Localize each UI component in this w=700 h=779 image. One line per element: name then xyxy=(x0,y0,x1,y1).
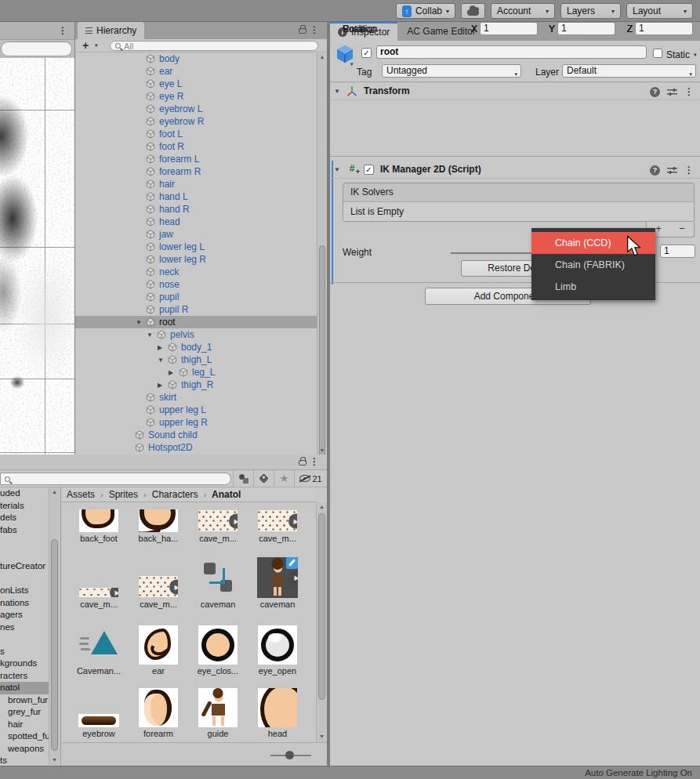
folder-item[interactable]: dels xyxy=(0,512,49,524)
folder-item[interactable]: ts xyxy=(0,755,49,766)
cloud-button[interactable] xyxy=(461,3,485,19)
hierarchy-item[interactable]: Hotspot2D xyxy=(75,441,317,454)
hierarchy-item[interactable]: head xyxy=(75,216,317,228)
hierarchy-item[interactable]: ear xyxy=(75,65,317,78)
expand-arrow-icon[interactable]: ▶ xyxy=(169,369,179,376)
folder-item[interactable]: uded xyxy=(0,487,49,500)
asset-item[interactable]: eyebrow xyxy=(69,676,129,738)
hierarchy-item[interactable]: lower leg L xyxy=(75,241,317,253)
asset-item[interactable]: ▶ cave_m... xyxy=(188,502,248,543)
asset-item[interactable]: Caveman... xyxy=(69,609,129,676)
y-value-field[interactable]: 1 xyxy=(557,22,615,35)
layers-dropdown[interactable]: Layers ▾ xyxy=(560,3,621,19)
panel-divider[interactable] xyxy=(60,487,61,766)
tag-dropdown[interactable]: Untagged ▾ xyxy=(382,64,521,78)
weight-slider[interactable] xyxy=(451,252,537,254)
scrollbar-thumb[interactable] xyxy=(318,513,325,700)
help-icon[interactable]: ? xyxy=(650,87,660,97)
scrollbar-thumb[interactable] xyxy=(51,539,58,751)
asset-item[interactable]: back_foot xyxy=(69,502,129,543)
breadcrumb-assets[interactable]: Assets xyxy=(67,489,95,500)
hierarchy-item[interactable]: forearm R xyxy=(75,165,317,178)
folder-tree-scrollbar[interactable]: ▲ ▼ xyxy=(49,487,60,766)
folder-item[interactable] xyxy=(0,633,49,646)
hierarchy-item[interactable]: Sound child xyxy=(75,429,317,441)
folder-item[interactable] xyxy=(0,549,49,561)
static-checkbox[interactable] xyxy=(653,49,662,58)
kebab-menu-icon[interactable]: ⋮ xyxy=(310,456,319,467)
hierarchy-item[interactable]: ▼ pelvis xyxy=(75,328,317,341)
filter-by-type-button[interactable] xyxy=(233,470,253,487)
folder-item[interactable]: terials xyxy=(0,500,49,513)
expand-arrow-icon[interactable]: ▼ xyxy=(147,332,157,339)
x-value-field[interactable]: 1 xyxy=(480,22,538,35)
z-value-field[interactable]: 1 xyxy=(635,22,693,35)
layout-dropdown[interactable]: Layout ▾ xyxy=(626,3,693,19)
kebab-menu-icon[interactable]: ⋮ xyxy=(58,25,67,36)
play-badge-icon[interactable]: ▶ xyxy=(289,571,298,585)
asset-item[interactable]: forearm xyxy=(129,676,188,738)
scroll-down-icon[interactable]: ▼ xyxy=(317,446,327,455)
hierarchy-item[interactable]: jaw xyxy=(75,228,317,241)
asset-item[interactable]: ▶ cave_m... xyxy=(129,543,188,609)
scroll-up-icon[interactable]: ▲ xyxy=(49,487,60,496)
active-checkbox[interactable]: ✓ xyxy=(361,48,372,58)
ik-manager-header[interactable]: ▼ #+ ✓ IK Manager 2D (Script) ? ⋮ xyxy=(330,161,700,179)
folder-item[interactable]: tureCreator xyxy=(0,560,49,573)
foldout-icon[interactable]: ▼ xyxy=(334,166,342,173)
folder-item[interactable]: hair xyxy=(0,719,49,731)
asset-item[interactable]: ▶ cave_m... xyxy=(248,502,305,543)
folder-item[interactable]: agers xyxy=(0,609,49,621)
hierarchy-item[interactable]: upper leg R xyxy=(75,416,317,429)
folder-item[interactable]: natol xyxy=(0,682,49,694)
hierarchy-scrollbar[interactable]: ▲ ▼ xyxy=(317,53,327,455)
hierarchy-item[interactable]: skirt xyxy=(75,391,317,404)
asset-item[interactable]: guide xyxy=(188,676,248,738)
hierarchy-item[interactable]: hair xyxy=(75,178,317,190)
hierarchy-item[interactable]: pupil R xyxy=(75,303,317,316)
breadcrumb-anatol[interactable]: Anatol xyxy=(212,489,241,500)
collab-button[interactable]: ↑ Collab ▾ xyxy=(396,3,455,19)
hierarchy-item[interactable]: upper leg L xyxy=(75,404,317,416)
asset-item[interactable]: eye_open xyxy=(248,609,305,676)
remove-solver-button[interactable]: − xyxy=(670,222,694,237)
hierarchy-item[interactable]: hand R xyxy=(75,203,317,216)
folder-item[interactable] xyxy=(0,536,49,549)
breadcrumb-sprites[interactable]: Sprites xyxy=(109,489,138,500)
asset-item[interactable]: eye_clos... xyxy=(188,609,248,676)
favorites-button[interactable]: ★ xyxy=(274,470,294,487)
hierarchy-item[interactable]: eye L xyxy=(75,78,317,90)
breadcrumb-characters[interactable]: Characters xyxy=(152,489,198,500)
hierarchy-item[interactable]: eye R xyxy=(75,90,317,103)
scroll-down-icon[interactable]: ▼ xyxy=(49,755,60,764)
texture-preview[interactable] xyxy=(0,58,74,455)
play-badge-icon[interactable]: ▶ xyxy=(229,513,238,528)
asset-item[interactable]: head xyxy=(248,676,305,738)
scroll-up-icon[interactable]: ▲ xyxy=(317,53,327,61)
hierarchy-search-input[interactable]: All xyxy=(110,41,318,51)
folder-item[interactable]: spotted_fu xyxy=(0,730,49,743)
hidden-count-button[interactable]: 21 xyxy=(294,470,327,487)
asset-item[interactable]: caveman xyxy=(188,543,248,609)
asset-item[interactable]: ▶ caveman xyxy=(248,543,305,609)
kebab-menu-icon[interactable]: ⋮ xyxy=(684,165,694,176)
hierarchy-item[interactable]: ▶ leg_L xyxy=(75,366,317,379)
scroll-down-icon[interactable]: ▼ xyxy=(317,732,327,741)
chevron-down-icon[interactable]: ▾ xyxy=(350,61,354,67)
context-menu-item[interactable]: Chain (FABRIK) xyxy=(531,254,655,276)
account-dropdown[interactable]: Account ▾ xyxy=(491,3,555,19)
hierarchy-item[interactable]: foot L xyxy=(75,128,317,140)
lock-icon[interactable] xyxy=(299,28,306,34)
hierarchy-item[interactable]: ▶ body_1 xyxy=(75,341,317,353)
weight-value-field[interactable]: 1 xyxy=(660,245,695,258)
asset-item[interactable]: back_ha... xyxy=(129,502,188,543)
hierarchy-item[interactable]: hand L xyxy=(75,190,317,203)
transform-header[interactable]: ▼ Transform ? ⋮ xyxy=(330,82,700,100)
folder-item[interactable]: onLists xyxy=(0,585,49,597)
create-button[interactable]: + xyxy=(82,39,89,52)
expand-arrow-icon[interactable]: ▶ xyxy=(158,382,168,389)
scroll-up-icon[interactable]: ▲ xyxy=(317,502,327,511)
hierarchy-item[interactable]: body xyxy=(75,53,317,65)
hierarchy-item[interactable]: pupil xyxy=(75,291,317,303)
folder-item[interactable]: racters xyxy=(0,670,49,683)
